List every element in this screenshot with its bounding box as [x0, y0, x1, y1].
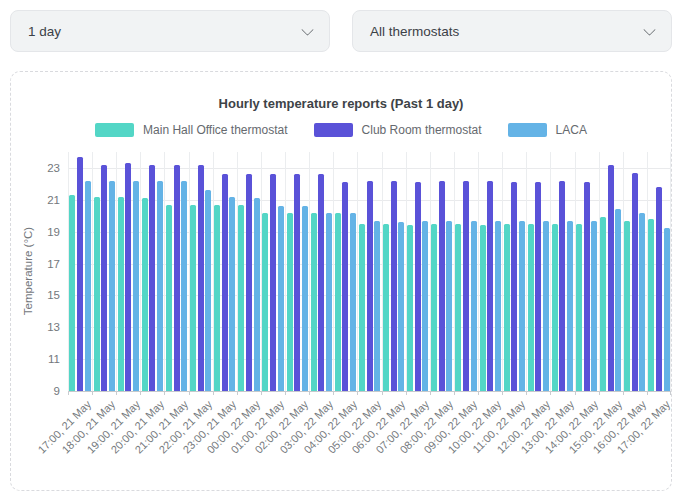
bar-club-room-thermostat-24: [656, 187, 662, 391]
bar-club-room-thermostat-18: [511, 182, 517, 391]
x-axis-tick: [575, 391, 576, 395]
x-axis-tick: [599, 391, 600, 395]
bar-main-hall-office-thermostat-8: [262, 213, 268, 391]
x-axis-tick: [430, 391, 431, 395]
filter-controls: 1 day All thermostats: [10, 10, 672, 52]
y-tick-label: 19: [11, 225, 60, 239]
bar-main-hall-office-thermostat-22: [600, 217, 606, 391]
bar-laca-2: [133, 181, 139, 391]
y-tick-label: 11: [11, 352, 60, 366]
bar-main-hall-office-thermostat-23: [624, 221, 630, 391]
chevron-down-icon: [301, 23, 314, 36]
bar-main-hall-office-thermostat-13: [383, 224, 389, 391]
bar-club-room-thermostat-19: [535, 182, 541, 391]
legend-item-main-hall-office-thermostat[interactable]: Main Hall Office thermostat: [95, 123, 288, 137]
bar-main-hall-office-thermostat-20: [552, 224, 558, 391]
bar-club-room-thermostat-16: [463, 181, 469, 391]
bar-main-hall-office-thermostat-5: [190, 205, 196, 391]
bar-laca-24: [664, 228, 670, 391]
x-axis-tick: [68, 391, 69, 395]
x-axis-tick: [382, 391, 383, 395]
y-gridline: [68, 391, 671, 392]
y-tick-label: 13: [11, 320, 60, 334]
bar-club-room-thermostat-1: [101, 165, 107, 391]
x-axis-tick: [670, 391, 671, 395]
x-axis-tick: [140, 391, 141, 395]
bar-laca-11: [350, 213, 356, 391]
x-axis-tick: [164, 391, 165, 395]
legend-swatch: [95, 123, 134, 137]
legend-item-club-room-thermostat[interactable]: Club Room thermostat: [314, 123, 482, 137]
x-gridline: [92, 152, 93, 391]
bar-club-room-thermostat-12: [367, 181, 373, 391]
bar-main-hall-office-thermostat-6: [214, 205, 220, 391]
bar-laca-18: [519, 221, 525, 391]
bar-laca-13: [398, 222, 404, 391]
bar-main-hall-office-thermostat-0: [69, 195, 75, 391]
bar-laca-1: [109, 181, 115, 391]
x-axis-tick: [333, 391, 334, 395]
x-axis-tick: [550, 391, 551, 395]
bar-main-hall-office-thermostat-10: [311, 213, 317, 391]
bar-club-room-thermostat-0: [77, 157, 83, 391]
chart-card: Hourly temperature reports (Past 1 day) …: [10, 71, 672, 491]
bar-main-hall-office-thermostat-17: [480, 225, 486, 391]
bar-laca-23: [639, 213, 645, 391]
y-tick-label: 21: [11, 193, 60, 207]
bar-club-room-thermostat-22: [608, 165, 614, 391]
bar-main-hall-office-thermostat-16: [455, 224, 461, 391]
bar-laca-16: [471, 221, 477, 391]
bar-main-hall-office-thermostat-15: [431, 224, 437, 391]
x-axis-tick: [357, 391, 358, 395]
y-tick-label: 9: [11, 384, 60, 398]
y-tick-label: 17: [11, 257, 60, 271]
x-axis-tick: [237, 391, 238, 395]
bar-club-room-thermostat-14: [415, 182, 421, 391]
bar-laca-3: [157, 181, 163, 391]
x-axis-tick: [454, 391, 455, 395]
bar-club-room-thermostat-2: [125, 163, 131, 391]
bar-main-hall-office-thermostat-7: [238, 205, 244, 391]
bar-club-room-thermostat-9: [294, 174, 300, 391]
x-axis-tick: [478, 391, 479, 395]
bar-club-room-thermostat-13: [391, 181, 397, 391]
bar-club-room-thermostat-21: [584, 182, 590, 391]
bar-club-room-thermostat-15: [439, 181, 445, 391]
plot-area: [68, 152, 671, 391]
x-axis-tick: [623, 391, 624, 395]
bar-club-room-thermostat-3: [149, 165, 155, 391]
page: 1 day All thermostats Hourly temperature…: [0, 0, 682, 493]
bar-laca-21: [591, 221, 597, 391]
y-gridline: [68, 168, 671, 169]
bar-laca-6: [229, 197, 235, 391]
thermostat-select[interactable]: All thermostats: [352, 10, 672, 52]
bar-laca-0: [85, 181, 91, 391]
bar-club-room-thermostat-4: [174, 165, 180, 391]
bar-laca-22: [615, 209, 621, 391]
x-axis-tick: [92, 391, 93, 395]
chart-legend: Main Hall Office thermostatClub Room the…: [11, 123, 671, 137]
bar-club-room-thermostat-5: [198, 165, 204, 391]
x-axis-tick: [116, 391, 117, 395]
x-axis-tick: [189, 391, 190, 395]
bar-main-hall-office-thermostat-11: [335, 213, 341, 391]
bar-club-room-thermostat-7: [246, 174, 252, 391]
bar-main-hall-office-thermostat-1: [94, 197, 100, 391]
bar-main-hall-office-thermostat-12: [359, 224, 365, 391]
bar-laca-15: [446, 221, 452, 391]
legend-item-laca[interactable]: LACA: [508, 123, 587, 137]
bar-laca-9: [302, 206, 308, 391]
x-axis-tick: [502, 391, 503, 395]
bar-main-hall-office-thermostat-18: [504, 224, 510, 391]
chart-title: Hourly temperature reports (Past 1 day): [11, 72, 671, 111]
bar-laca-5: [205, 190, 211, 391]
chevron-down-icon: [643, 23, 656, 36]
legend-label: Club Room thermostat: [362, 123, 482, 137]
bar-main-hall-office-thermostat-14: [407, 225, 413, 391]
bar-club-room-thermostat-23: [632, 173, 638, 391]
time-range-select[interactable]: 1 day: [10, 10, 330, 52]
bar-main-hall-office-thermostat-2: [118, 197, 124, 391]
bar-laca-10: [326, 213, 332, 391]
bar-laca-8: [278, 206, 284, 391]
bar-club-room-thermostat-20: [559, 181, 565, 391]
